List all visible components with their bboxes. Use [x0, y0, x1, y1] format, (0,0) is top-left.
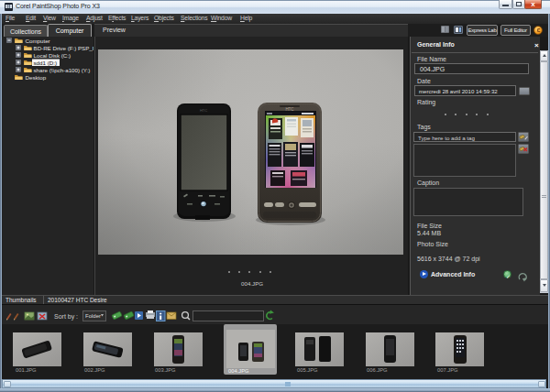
svg-text:006.JPG: 006.JPG: [367, 367, 388, 373]
svg-text:001.JPG: 001.JPG: [16, 367, 37, 373]
svg-text:003.JPG: 003.JPG: [155, 367, 176, 373]
svg-text:Computer: Computer: [26, 38, 50, 44]
svg-text:Desktop: Desktop: [26, 74, 47, 81]
svg-text:Local Disk (C:): Local Disk (C:): [34, 52, 72, 59]
svg-text:Sort by :: Sort by :: [54, 313, 78, 321]
svg-text:007.JPG: 007.JPG: [437, 367, 458, 373]
svg-text:HTC: HTC: [285, 107, 294, 112]
svg-text:share (\\pch-a100) (Y:): share (\\pch-a100) (Y:): [34, 67, 91, 73]
svg-text:BD-RE Drive (F:) PSP_PRO_: BD-RE Drive (F:) PSP_PRO_: [34, 45, 94, 51]
svg-text:004.JPG: 004.JPG: [228, 368, 249, 374]
svg-text:HTC: HTC: [200, 108, 207, 113]
svg-text:sdd1 (D:): sdd1 (D:): [34, 60, 57, 66]
svg-text:002.JPG: 002.JPG: [84, 367, 105, 373]
svg-text:005.JPG: 005.JPG: [297, 367, 318, 373]
svg-text:Folder: Folder: [85, 313, 101, 319]
